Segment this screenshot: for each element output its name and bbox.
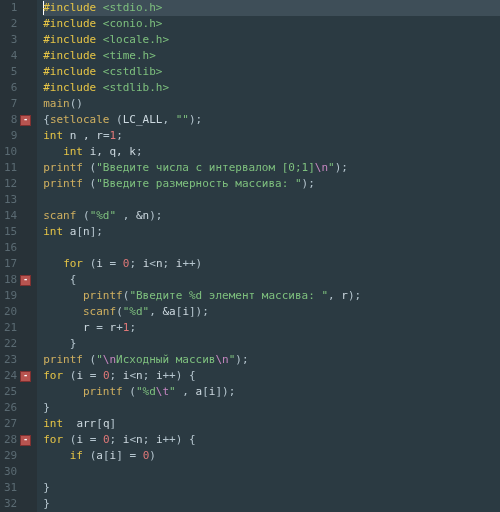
code-line[interactable]: for (i = 0; i<n; i++) { — [43, 432, 500, 448]
token-str: "Введите %d элемент массива: " — [129, 289, 328, 302]
token-op: ; — [116, 129, 123, 142]
code-line[interactable] — [43, 192, 500, 208]
token-str: " — [328, 161, 335, 174]
token-op: () — [70, 97, 83, 110]
code-line[interactable]: int a[n]; — [43, 224, 500, 240]
code-line[interactable]: printf ("\nИсходный массив\n"); — [43, 352, 500, 368]
code-line[interactable]: } — [43, 400, 500, 416]
token-op: ( — [83, 209, 90, 222]
code-line[interactable]: {setlocale (LC_ALL, ""); — [43, 112, 500, 128]
code-line[interactable]: for (i = 0; i<n; i++) — [43, 256, 500, 272]
code-line[interactable]: { — [43, 272, 500, 288]
token-inc: <stdlib.h> — [103, 81, 169, 94]
gutter-row: 23 — [4, 352, 31, 368]
token-op: } — [70, 337, 77, 350]
token-kw: for — [43, 369, 70, 382]
code-line[interactable] — [43, 240, 500, 256]
token-kw: int — [43, 129, 70, 142]
code-line[interactable]: int i, q, k; — [43, 144, 500, 160]
token-kw: if — [70, 449, 90, 462]
token-op: ; — [136, 145, 143, 158]
token-op: ; — [129, 321, 136, 334]
code-line[interactable]: r = r+1; — [43, 320, 500, 336]
line-number: 32 — [4, 496, 17, 512]
token-op: [ — [76, 225, 83, 238]
token-id — [43, 321, 83, 334]
code-line[interactable]: #include <stdio.h> — [43, 0, 500, 16]
code-line[interactable]: scanf("%d", &a[i]); — [43, 304, 500, 320]
code-line[interactable]: printf ("%d\t" , a[i]); — [43, 384, 500, 400]
gutter-row: 17 — [4, 256, 31, 272]
token-op: ++) — [182, 257, 202, 270]
token-id — [43, 257, 63, 270]
code-line[interactable]: int n , r=1; — [43, 128, 500, 144]
code-line[interactable]: } — [43, 496, 500, 512]
token-str: " — [169, 385, 176, 398]
token-op: } — [43, 497, 50, 510]
line-number: 5 — [11, 64, 18, 80]
token-kw: for — [43, 433, 70, 446]
fold-spacer — [20, 355, 31, 366]
line-number: 6 — [11, 80, 18, 96]
code-line[interactable]: main() — [43, 96, 500, 112]
gutter-row: 6 — [4, 80, 31, 96]
token-id: i — [156, 369, 163, 382]
fold-marker-icon[interactable]: - — [20, 115, 31, 126]
fold-marker-icon[interactable]: - — [20, 275, 31, 286]
token-op: [ — [103, 449, 110, 462]
token-id: i — [156, 433, 163, 446]
code-line[interactable]: #include <cstdlib> — [43, 64, 500, 80]
code-line[interactable]: printf ("Введите числа с интервалом [0;1… — [43, 160, 500, 176]
fold-spacer — [20, 35, 31, 46]
fold-marker-icon[interactable]: - — [20, 435, 31, 446]
line-number: 14 — [4, 208, 17, 224]
line-number: 20 — [4, 304, 17, 320]
code-line[interactable]: scanf ("%d" , &n); — [43, 208, 500, 224]
code-line[interactable]: } — [43, 336, 500, 352]
gutter-row: 5 — [4, 64, 31, 80]
code-line[interactable]: if (a[i] = 0) — [43, 448, 500, 464]
gutter-row: 31 — [4, 480, 31, 496]
token-op: ); — [302, 177, 315, 190]
token-pp: #include — [43, 17, 103, 30]
line-number: 17 — [4, 256, 17, 272]
code-line[interactable]: #include <locale.h> — [43, 32, 500, 48]
token-id: i — [76, 369, 89, 382]
token-id: LC_ALL — [123, 113, 163, 126]
token-op: ] — [110, 417, 117, 430]
line-number: 13 — [4, 192, 17, 208]
token-op: ); — [335, 161, 348, 174]
token-op: ); — [348, 289, 361, 302]
code-line[interactable]: #include <conio.h> — [43, 16, 500, 32]
code-line[interactable]: printf ("Введите размерность массива: ")… — [43, 176, 500, 192]
code-editor[interactable]: 12345678-9101112131415161718-19202122232… — [0, 0, 500, 512]
token-op: ( — [116, 113, 123, 126]
token-id: n — [156, 257, 163, 270]
fold-spacer — [20, 99, 31, 110]
token-id: q — [103, 417, 110, 430]
code-line[interactable]: #include <stdlib.h> — [43, 80, 500, 96]
code-area[interactable]: #include <stdio.h>#include <conio.h>#inc… — [37, 0, 500, 512]
token-str: Исходный массив — [116, 353, 215, 366]
code-line[interactable]: #include <time.h> — [43, 48, 500, 64]
code-line[interactable]: int arr[q] — [43, 416, 500, 432]
token-fn: printf — [43, 177, 89, 190]
token-op: = — [110, 257, 123, 270]
token-id — [43, 273, 70, 286]
token-kw: for — [63, 257, 90, 270]
token-inc: <locale.h> — [103, 33, 169, 46]
token-pp: #include — [43, 81, 103, 94]
line-number: 15 — [4, 224, 17, 240]
code-line[interactable]: for (i = 0; i<n; i++) { — [43, 368, 500, 384]
code-line[interactable]: } — [43, 480, 500, 496]
token-fn: printf — [43, 353, 89, 366]
fold-marker-icon[interactable]: - — [20, 371, 31, 382]
token-str: "%d" — [123, 305, 150, 318]
code-line[interactable] — [43, 464, 500, 480]
token-id: i, q, k — [90, 145, 136, 158]
line-number: 12 — [4, 176, 17, 192]
code-line[interactable]: printf("Введите %d элемент массива: ", r… — [43, 288, 500, 304]
token-op: { — [43, 113, 50, 126]
line-number: 22 — [4, 336, 17, 352]
token-inc: <cstdlib> — [103, 65, 163, 78]
